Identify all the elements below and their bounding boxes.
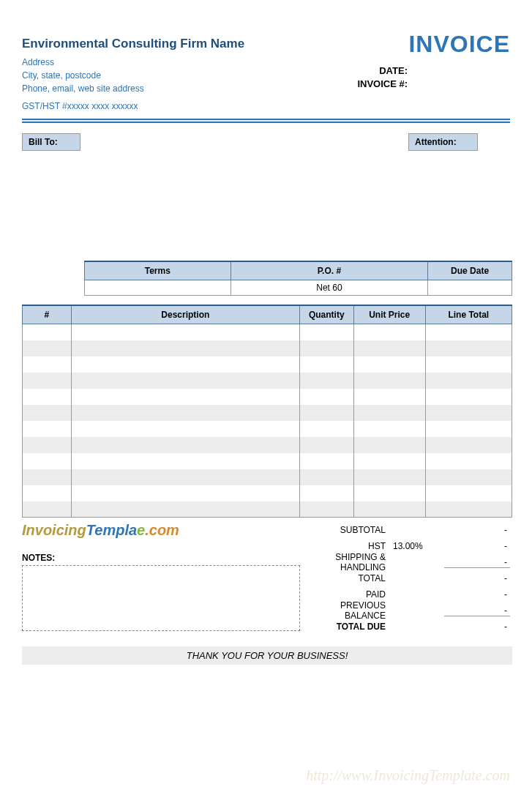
- item-row: [23, 340, 512, 357]
- paid-label: PAID: [307, 589, 393, 600]
- notes-box[interactable]: [22, 565, 300, 631]
- item-row: [23, 389, 512, 405]
- subtotal-label: SUBTOTAL: [307, 525, 393, 535]
- col-unit-price-header: Unit Price: [353, 305, 425, 324]
- due-date-value: [428, 280, 512, 296]
- contact-line: Phone, email, web site address: [22, 82, 510, 95]
- bill-to-label: Bill To:: [22, 133, 80, 151]
- invoice-number-label: INVOICE #:: [357, 78, 408, 91]
- shipping-value: -: [444, 557, 510, 568]
- po-value: Net 60: [231, 280, 427, 296]
- hst-rate: 13.00%: [393, 541, 444, 551]
- item-row: [23, 453, 512, 469]
- hst-label: HST: [307, 541, 393, 551]
- invoice-title: INVOICE: [408, 31, 510, 58]
- col-number-header: #: [23, 305, 72, 324]
- hst-value: -: [444, 541, 510, 551]
- item-row: [23, 373, 512, 389]
- item-row: [23, 469, 512, 485]
- item-row: [23, 437, 512, 453]
- invoice-header: Environmental Consulting Firm Name Addre…: [22, 37, 510, 111]
- invoice-meta: DATE: INVOICE #:: [357, 64, 408, 91]
- date-label: DATE:: [357, 64, 408, 78]
- col-description-header: Description: [71, 305, 299, 324]
- logo-part-templa: Templa: [86, 522, 137, 538]
- thank-you-message: THANK YOU FOR YOUR BUSINESS!: [22, 646, 512, 665]
- total-value: -: [444, 573, 510, 583]
- header-divider: [22, 119, 510, 123]
- city-state-postcode: City, state, postcode: [22, 69, 510, 82]
- bill-to-row: Bill To: Attention:: [22, 133, 510, 151]
- col-line-total-header: Line Total: [425, 305, 512, 324]
- paid-value: -: [444, 589, 510, 600]
- due-date-header: Due Date: [428, 261, 512, 280]
- footer-watermark: http://www.InvoicingTemplate.com: [306, 767, 510, 784]
- logo-part-com: .com: [145, 522, 179, 538]
- po-header: P.O. #: [231, 261, 427, 280]
- total-label: TOTAL: [307, 573, 393, 583]
- item-row: [23, 501, 512, 518]
- terms-row: Net 60: [85, 280, 512, 296]
- terms-table: Terms P.O. # Due Date Net 60: [84, 261, 512, 296]
- terms-header: Terms: [85, 261, 231, 280]
- gst-line: GST/HST #xxxxx xxxx xxxxxx: [22, 101, 510, 111]
- notes-label: NOTES:: [22, 553, 300, 563]
- total-due-value: -: [444, 622, 510, 632]
- subtotal-value: -: [444, 525, 510, 535]
- total-due-label: TOTAL DUE: [307, 622, 393, 632]
- previous-balance-value: -: [444, 605, 510, 616]
- item-row: [23, 324, 512, 340]
- logo-watermark: InvoicingTemplae.com: [22, 522, 190, 544]
- shipping-label: SHIPPING & HANDLING: [307, 552, 393, 572]
- attention-label: Attention:: [408, 133, 478, 151]
- items-table: # Description Quantity Unit Price Line T…: [22, 305, 512, 518]
- logo-part-invoicing: Invoicing: [22, 522, 86, 538]
- item-row: [23, 485, 512, 501]
- col-quantity-header: Quantity: [299, 305, 353, 324]
- terms-value: [85, 280, 231, 296]
- item-row: [23, 357, 512, 373]
- item-row: [23, 421, 512, 437]
- previous-balance-label: PREVIOUS BALANCE: [307, 600, 393, 621]
- totals-section: SUBTOTAL - HST 13.00% - SHIPPING & HANDL…: [307, 522, 510, 635]
- logo-part-e: e: [137, 522, 145, 538]
- item-row: [23, 405, 512, 421]
